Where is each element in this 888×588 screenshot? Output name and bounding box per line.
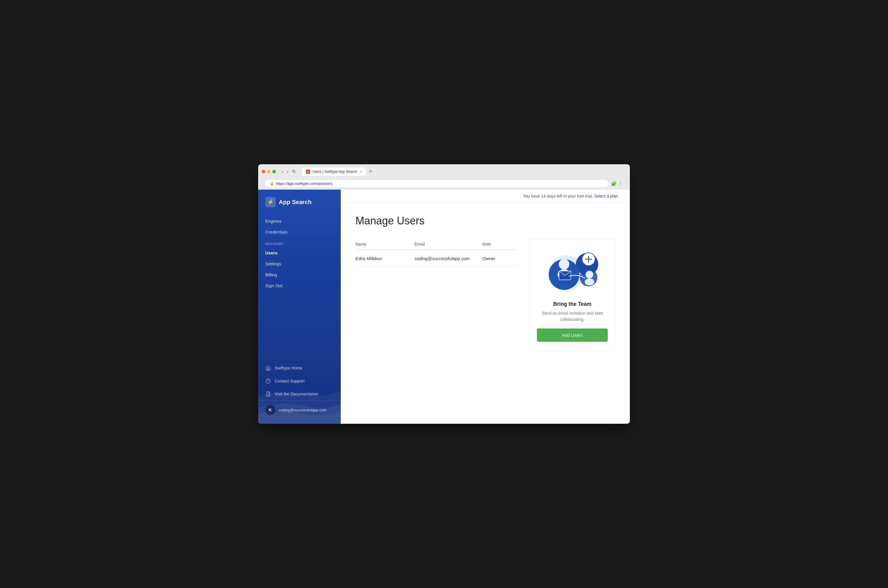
footer-item-documentation[interactable]: Visit the Documentation — [258, 387, 341, 400]
minimize-button[interactable] — [267, 170, 270, 173]
sidebar-app-title: App Search — [279, 199, 311, 206]
sidebar-footer: Swiftype Home Contact Support — [258, 357, 341, 424]
top-banner: You have 14 days left in your free trial… — [341, 190, 630, 203]
sidebar-header: ⚡ App Search — [258, 190, 341, 213]
refresh-button[interactable]: ↻ — [291, 168, 297, 175]
support-icon — [265, 378, 271, 384]
sidebar-nav: Engines Credentials ACCOUNT Users Settin… — [258, 213, 341, 357]
nav-buttons: ‹ › ↻ — [281, 168, 297, 175]
browser-tab[interactable]: S Users | Swiftype App Search × — [302, 168, 366, 176]
browser-controls: ‹ › ↻ S Users | Swiftype App Search × + — [262, 167, 626, 176]
documentation-label: Visit the Documentation — [275, 392, 319, 396]
sidebar-item-billing[interactable]: Billing — [258, 269, 341, 280]
contact-support-label: Contact Support — [275, 379, 305, 383]
swiftype-home-label: Swiftype Home — [275, 366, 302, 370]
sidebar-item-signout[interactable]: Sign Out — [258, 280, 341, 291]
address-bar[interactable]: 🔒 https://app.swiftype.com/as/users — [265, 180, 609, 187]
cell-email: coding@successfulapp.com — [415, 256, 482, 261]
browser-chrome: ‹ › ↻ S Users | Swiftype App Search × + … — [258, 164, 630, 190]
main-content: You have 14 days left in your free trial… — [341, 190, 630, 424]
svg-point-0 — [266, 379, 270, 383]
select-plan-link[interactable]: Select a plan — [594, 194, 618, 198]
invite-card-description: Send an email invitation and start colla… — [537, 310, 608, 322]
col-header-name: Name — [356, 242, 415, 246]
add-users-button[interactable]: Add Users — [537, 328, 608, 342]
svg-point-8 — [559, 259, 569, 270]
back-button[interactable]: ‹ — [281, 168, 284, 175]
tab-close-button[interactable]: × — [360, 169, 362, 174]
page-title: Manage Users — [356, 214, 615, 227]
lock-icon: 🔒 — [270, 182, 274, 186]
tab-favicon: S — [306, 170, 310, 174]
svg-point-11 — [585, 278, 594, 285]
url-text: https://app.swiftype.com/as/users — [276, 182, 332, 186]
browser-action-buttons: 🧩 ⋮ — [611, 181, 623, 186]
signout-label: Sign Out — [265, 283, 282, 288]
col-header-role: Role — [482, 242, 518, 246]
sidebar-item-engines[interactable]: Engines — [258, 216, 341, 226]
address-bar-row: 🔒 https://app.swiftype.com/as/users 🧩 ⋮ — [262, 178, 626, 190]
engines-label: Engines — [265, 219, 281, 224]
tab-title: Users | Swiftype App Search — [313, 170, 357, 174]
home-icon — [265, 365, 271, 371]
trial-text: You have 14 days left in your free trial… — [523, 194, 593, 198]
invite-card-title: Bring the Team — [537, 301, 608, 307]
invite-illustration: + + — [543, 248, 602, 295]
page-content: Manage Users Name Email Role Edris Milkb… — [341, 203, 630, 363]
billing-label: Billing — [265, 272, 277, 277]
svg-point-10 — [586, 271, 593, 278]
credentials-label: Credentials — [265, 230, 288, 234]
footer-item-contact-support[interactable]: Contact Support — [258, 375, 341, 387]
user-row: K coding@successfulapp.com — [258, 400, 341, 419]
close-button[interactable] — [262, 170, 265, 173]
documentation-icon — [265, 391, 271, 397]
settings-label: Settings — [265, 261, 281, 266]
browser-window: ‹ › ↻ S Users | Swiftype App Search × + … — [258, 164, 630, 424]
sidebar: ⚡ App Search Engines Credentials ACCOUNT… — [258, 190, 341, 424]
users-table: Name Email Role Edris Milkbun coding@suc… — [356, 239, 518, 267]
content-layout: Name Email Role Edris Milkbun coding@suc… — [356, 239, 615, 351]
new-tab-button[interactable]: + — [367, 167, 375, 176]
table-header: Name Email Role — [356, 239, 518, 250]
user-email: coding@successfulapp.com — [279, 408, 327, 412]
sidebar-item-credentials[interactable]: Credentials — [258, 226, 341, 237]
sidebar-item-settings[interactable]: Settings — [258, 258, 341, 269]
cell-name: Edris Milkbun — [356, 256, 415, 261]
cell-role: Owner — [482, 256, 518, 261]
col-header-email: Email — [415, 242, 482, 246]
traffic-lights — [262, 170, 276, 173]
lightning-icon: ⚡ — [267, 199, 274, 205]
account-section-label: ACCOUNT — [258, 237, 341, 248]
footer-item-swiftype-home[interactable]: Swiftype Home — [258, 362, 341, 375]
svg-text:+: + — [578, 260, 580, 264]
avatar: K — [265, 405, 275, 415]
app-container: ⚡ App Search Engines Credentials ACCOUNT… — [258, 190, 630, 424]
app-logo: ⚡ — [265, 197, 276, 207]
users-label: Users — [265, 250, 278, 255]
extensions-icon[interactable]: 🧩 — [611, 181, 617, 186]
sidebar-item-users[interactable]: Users — [258, 248, 341, 258]
maximize-button[interactable] — [272, 170, 276, 173]
table-row: Edris Milkbun coding@successfulapp.com O… — [356, 250, 518, 267]
invite-card: + + Bring the Team — [530, 239, 615, 351]
tabs-bar: S Users | Swiftype App Search × + — [302, 167, 375, 176]
forward-button[interactable]: › — [285, 168, 289, 175]
menu-icon[interactable]: ⋮ — [618, 181, 623, 186]
